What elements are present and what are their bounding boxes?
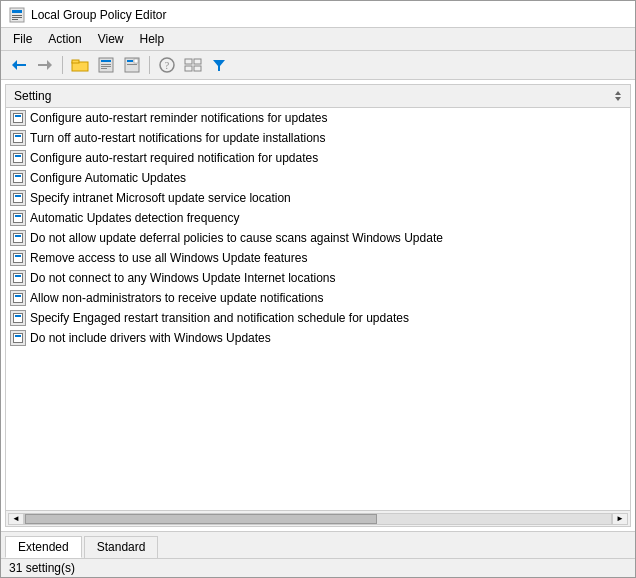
- list-item-icon: [10, 110, 26, 126]
- svg-rect-18: [127, 64, 137, 65]
- folder-icon: [71, 57, 89, 73]
- tab-extended[interactable]: Extended: [5, 536, 82, 558]
- svg-rect-3: [12, 17, 22, 18]
- list-item[interactable]: Do not connect to any Windows Update Int…: [6, 268, 630, 288]
- list-item[interactable]: Configure Automatic Updates: [6, 168, 630, 188]
- horizontal-scrollbar[interactable]: ◄ ►: [6, 510, 630, 526]
- svg-rect-8: [38, 64, 48, 66]
- list-item[interactable]: Specify intranet Microsoft update servic…: [6, 188, 630, 208]
- help-button[interactable]: ?: [155, 54, 179, 76]
- svg-rect-13: [101, 64, 111, 65]
- menu-bar: File Action View Help: [1, 28, 635, 51]
- svg-rect-15: [101, 68, 107, 69]
- list-item-icon: [10, 150, 26, 166]
- list-item[interactable]: Automatic Updates detection frequency: [6, 208, 630, 228]
- svg-rect-23: [194, 59, 201, 64]
- view-icon: [184, 57, 202, 73]
- list-item-icon: [10, 210, 26, 226]
- list-item-text: Configure Automatic Updates: [30, 171, 186, 185]
- list-item[interactable]: Specify Engaged restart transition and n…: [6, 308, 630, 328]
- list-item-icon: [10, 190, 26, 206]
- svg-rect-2: [12, 15, 22, 16]
- toolbar-sep-1: [62, 56, 63, 74]
- folder-open-button[interactable]: [68, 54, 92, 76]
- filter-button[interactable]: [207, 54, 231, 76]
- back-button[interactable]: [7, 54, 31, 76]
- svg-rect-14: [101, 66, 111, 67]
- list-item-icon: [10, 270, 26, 286]
- svg-marker-27: [615, 91, 621, 95]
- svg-marker-26: [213, 60, 225, 71]
- scroll-track: [24, 513, 612, 525]
- tab-standard[interactable]: Standard: [84, 536, 159, 558]
- list-item-icon: [10, 170, 26, 186]
- list-body[interactable]: Configure auto-restart reminder notifica…: [6, 108, 630, 510]
- forward-button[interactable]: [33, 54, 57, 76]
- app-icon: [9, 7, 25, 23]
- svg-rect-19: [134, 59, 138, 63]
- list-header: Setting: [6, 85, 630, 108]
- toolbar: ?: [1, 51, 635, 80]
- list-item-icon: [10, 330, 26, 346]
- list-item-icon: [10, 230, 26, 246]
- svg-rect-10: [72, 60, 79, 63]
- list-panel: Setting Configure auto-restart reminder …: [5, 84, 631, 527]
- list-item[interactable]: Do not allow update deferral policies to…: [6, 228, 630, 248]
- svg-rect-1: [12, 10, 22, 13]
- list-item-icon: [10, 310, 26, 326]
- view-button[interactable]: [181, 54, 205, 76]
- window-title: Local Group Policy Editor: [31, 8, 166, 22]
- list-item-text: Configure auto-restart reminder notifica…: [30, 111, 328, 125]
- filter-icon: [211, 57, 227, 73]
- svg-text:?: ?: [165, 60, 170, 71]
- status-bar: 31 setting(s): [1, 558, 635, 577]
- status-text: 31 setting(s): [9, 561, 75, 575]
- list-item-text: Specify Engaged restart transition and n…: [30, 311, 409, 325]
- scroll-indicator-icon: [614, 89, 622, 103]
- export-icon: [123, 57, 141, 73]
- scroll-left-button[interactable]: ◄: [8, 513, 24, 525]
- list-item-text: Automatic Updates detection frequency: [30, 211, 239, 225]
- svg-rect-12: [101, 60, 111, 62]
- back-icon: [11, 58, 27, 72]
- svg-rect-24: [185, 66, 192, 71]
- list-item-text: Configure auto-restart required notifica…: [30, 151, 318, 165]
- export-button[interactable]: [120, 54, 144, 76]
- list-item[interactable]: Remove access to use all Windows Update …: [6, 248, 630, 268]
- list-item[interactable]: Configure auto-restart required notifica…: [6, 148, 630, 168]
- list-item-text: Do not include drivers with Windows Upda…: [30, 331, 271, 345]
- list-item[interactable]: Configure auto-restart reminder notifica…: [6, 108, 630, 128]
- list-item-text: Turn off auto-restart notifications for …: [30, 131, 326, 145]
- list-item-text: Remove access to use all Windows Update …: [30, 251, 307, 265]
- list-item-text: Allow non-administrators to receive upda…: [30, 291, 323, 305]
- svg-rect-22: [185, 59, 192, 64]
- menu-file[interactable]: File: [5, 30, 40, 48]
- toolbar-sep-2: [149, 56, 150, 74]
- list-item-text: Specify intranet Microsoft update servic…: [30, 191, 291, 205]
- menu-action[interactable]: Action: [40, 30, 89, 48]
- list-item-text: Do not connect to any Windows Update Int…: [30, 271, 336, 285]
- list-item-text: Do not allow update deferral policies to…: [30, 231, 443, 245]
- list-item-icon: [10, 250, 26, 266]
- properties-button[interactable]: [94, 54, 118, 76]
- list-item-icon: [10, 130, 26, 146]
- scroll-right-button[interactable]: ►: [612, 513, 628, 525]
- scroll-thumb[interactable]: [25, 514, 377, 524]
- list-item[interactable]: Turn off auto-restart notifications for …: [6, 128, 630, 148]
- menu-help[interactable]: Help: [132, 30, 173, 48]
- column-setting: Setting: [14, 89, 51, 103]
- list-item[interactable]: Allow non-administrators to receive upda…: [6, 288, 630, 308]
- list-item-icon: [10, 290, 26, 306]
- svg-rect-17: [127, 60, 133, 62]
- svg-rect-6: [16, 64, 26, 66]
- svg-rect-4: [12, 19, 18, 20]
- forward-icon: [37, 58, 53, 72]
- list-item[interactable]: Do not include drivers with Windows Upda…: [6, 328, 630, 348]
- menu-view[interactable]: View: [90, 30, 132, 48]
- bottom-tabs: Extended Standard: [1, 531, 635, 558]
- svg-marker-28: [615, 97, 621, 101]
- main-window: Local Group Policy Editor File Action Vi…: [0, 0, 636, 578]
- svg-rect-25: [194, 66, 201, 71]
- properties-icon: [97, 57, 115, 73]
- main-content: Setting Configure auto-restart reminder …: [1, 80, 635, 531]
